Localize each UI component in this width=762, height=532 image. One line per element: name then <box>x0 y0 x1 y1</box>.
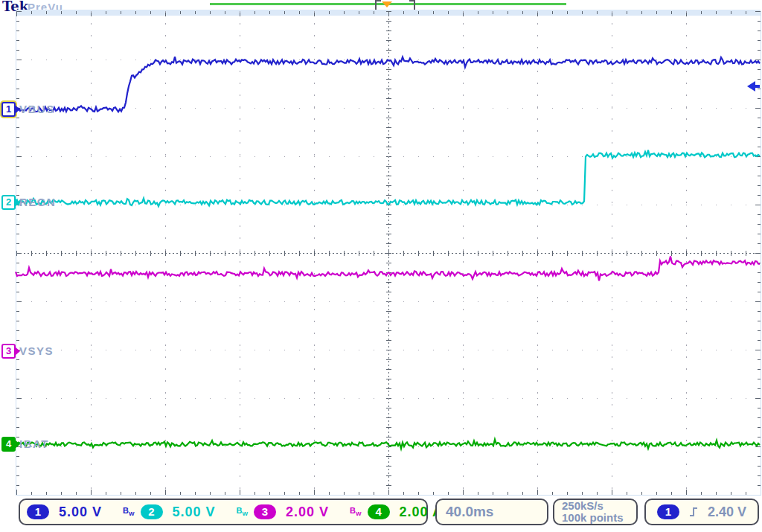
waveform-ibat <box>16 440 760 449</box>
trigger-level-arrow-icon[interactable] <box>747 81 755 92</box>
channel-4-label: IBAT <box>19 438 49 450</box>
waveform-plot <box>0 0 762 532</box>
channel-4-marker[interactable]: 4 <box>1 437 16 452</box>
oscilloscope-screen: Tek PreVu 1 VBUS 2 REGN 3 VSYS 4 IBAT 1 … <box>0 0 762 532</box>
waveform-vsys <box>16 257 760 281</box>
channel-3-label: VSYS <box>19 344 54 357</box>
channel-3-marker[interactable]: 3 <box>1 344 16 359</box>
waveform-regn <box>16 150 760 206</box>
channel-2-label: REGN <box>19 196 56 208</box>
channel-2-marker[interactable]: 2 <box>1 195 16 210</box>
channel-1-marker[interactable]: 1 <box>1 102 16 117</box>
channel-1-label: VBUS <box>19 103 55 115</box>
waveform-vbus <box>16 57 760 112</box>
